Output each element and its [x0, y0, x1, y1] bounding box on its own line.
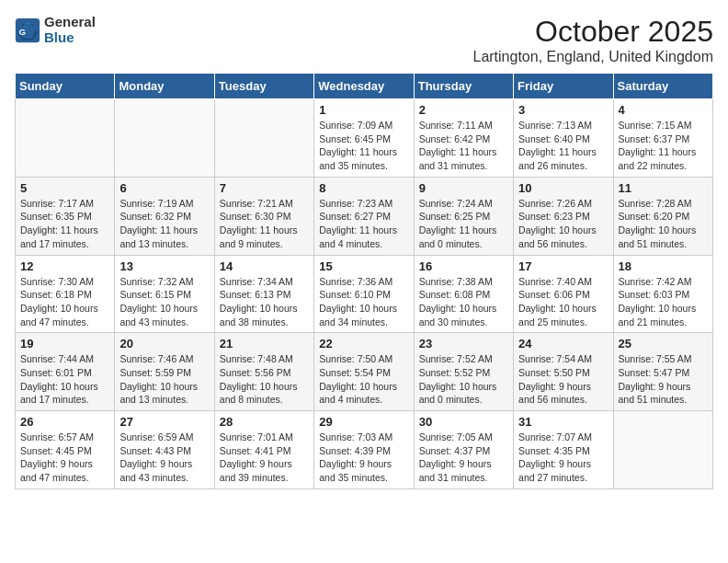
day-number: 6	[119, 181, 209, 195]
calendar-cell: 7Sunrise: 7:21 AM Sunset: 6:30 PM Daylig…	[214, 177, 313, 255]
logo-text: General Blue	[44, 15, 96, 45]
day-content: Sunrise: 7:13 AM Sunset: 6:40 PM Dayligh…	[518, 119, 608, 173]
calendar-cell: 5Sunrise: 7:17 AM Sunset: 6:35 PM Daylig…	[16, 177, 115, 255]
day-content: Sunrise: 7:05 AM Sunset: 4:37 PM Dayligh…	[419, 431, 508, 485]
day-number: 3	[518, 103, 608, 117]
day-number: 15	[319, 259, 408, 273]
day-content: Sunrise: 7:19 AM Sunset: 6:32 PM Dayligh…	[119, 197, 209, 251]
day-content: Sunrise: 7:21 AM Sunset: 6:30 PM Dayligh…	[220, 197, 309, 251]
day-content: Sunrise: 7:46 AM Sunset: 5:59 PM Dayligh…	[119, 352, 209, 407]
day-content: Sunrise: 7:36 AM Sunset: 6:10 PM Dayligh…	[319, 275, 408, 329]
calendar-cell	[214, 99, 313, 178]
calendar-cell: 25Sunrise: 7:55 AM Sunset: 5:47 PM Dayli…	[613, 333, 712, 411]
calendar-cell	[613, 411, 712, 489]
week-row-4: 19Sunrise: 7:44 AM Sunset: 6:01 PM Dayli…	[16, 333, 713, 411]
calendar-cell: 21Sunrise: 7:48 AM Sunset: 5:56 PM Dayli…	[214, 333, 313, 411]
day-number: 19	[20, 337, 109, 350]
calendar-cell	[115, 99, 214, 178]
calendar-cell: 10Sunrise: 7:26 AM Sunset: 6:23 PM Dayli…	[514, 177, 613, 255]
calendar-cell: 19Sunrise: 7:44 AM Sunset: 6:01 PM Dayli…	[16, 333, 115, 411]
calendar-cell: 6Sunrise: 7:19 AM Sunset: 6:32 PM Daylig…	[115, 177, 214, 255]
day-number: 24	[518, 337, 608, 350]
day-number: 5	[20, 181, 109, 195]
day-content: Sunrise: 7:03 AM Sunset: 4:39 PM Dayligh…	[319, 431, 408, 485]
day-content: Sunrise: 7:07 AM Sunset: 4:35 PM Dayligh…	[518, 431, 608, 485]
day-content: Sunrise: 7:30 AM Sunset: 6:18 PM Dayligh…	[20, 275, 109, 329]
day-number: 31	[518, 415, 608, 429]
day-content: Sunrise: 7:11 AM Sunset: 6:42 PM Dayligh…	[419, 119, 508, 173]
day-content: Sunrise: 7:15 AM Sunset: 6:37 PM Dayligh…	[619, 119, 708, 173]
logo-icon: G	[15, 17, 40, 43]
calendar-cell: 18Sunrise: 7:42 AM Sunset: 6:03 PM Dayli…	[613, 255, 712, 333]
day-number: 22	[319, 337, 408, 350]
calendar-cell: 20Sunrise: 7:46 AM Sunset: 5:59 PM Dayli…	[115, 333, 214, 411]
day-number: 30	[419, 415, 508, 429]
day-content: Sunrise: 7:52 AM Sunset: 5:52 PM Dayligh…	[419, 352, 508, 407]
logo-blue-text: Blue	[44, 30, 96, 46]
weekday-header-sunday: Sunday	[16, 74, 115, 99]
weekday-header-friday: Friday	[514, 74, 613, 99]
day-content: Sunrise: 7:23 AM Sunset: 6:27 PM Dayligh…	[319, 197, 408, 251]
calendar-cell: 14Sunrise: 7:34 AM Sunset: 6:13 PM Dayli…	[214, 255, 313, 333]
weekday-header-tuesday: Tuesday	[214, 74, 313, 99]
day-number: 28	[220, 415, 309, 429]
day-number: 2	[419, 103, 508, 117]
week-row-5: 26Sunrise: 6:57 AM Sunset: 4:45 PM Dayli…	[16, 411, 713, 489]
week-row-1: 1Sunrise: 7:09 AM Sunset: 6:45 PM Daylig…	[16, 99, 713, 178]
day-content: Sunrise: 6:59 AM Sunset: 4:43 PM Dayligh…	[119, 431, 209, 485]
day-content: Sunrise: 7:26 AM Sunset: 6:23 PM Dayligh…	[518, 197, 608, 251]
calendar-cell: 16Sunrise: 7:38 AM Sunset: 6:08 PM Dayli…	[414, 255, 513, 333]
day-content: Sunrise: 7:17 AM Sunset: 6:35 PM Dayligh…	[20, 197, 109, 251]
calendar-cell: 11Sunrise: 7:28 AM Sunset: 6:20 PM Dayli…	[613, 177, 712, 255]
weekday-header-thursday: Thursday	[414, 74, 513, 99]
calendar-cell: 15Sunrise: 7:36 AM Sunset: 6:10 PM Dayli…	[314, 255, 414, 333]
day-content: Sunrise: 7:44 AM Sunset: 6:01 PM Dayligh…	[20, 352, 109, 407]
day-content: Sunrise: 7:01 AM Sunset: 4:41 PM Dayligh…	[220, 431, 309, 485]
day-content: Sunrise: 7:32 AM Sunset: 6:15 PM Dayligh…	[119, 275, 209, 329]
day-number: 17	[518, 259, 608, 273]
calendar-cell	[16, 99, 115, 178]
day-content: Sunrise: 6:57 AM Sunset: 4:45 PM Dayligh…	[20, 431, 109, 485]
day-content: Sunrise: 7:28 AM Sunset: 6:20 PM Dayligh…	[619, 197, 708, 251]
weekday-header-saturday: Saturday	[613, 74, 712, 99]
day-number: 27	[119, 415, 209, 429]
day-content: Sunrise: 7:42 AM Sunset: 6:03 PM Dayligh…	[619, 275, 708, 329]
logo: G General Blue	[15, 15, 96, 45]
day-number: 10	[518, 181, 608, 195]
day-number: 16	[419, 259, 508, 273]
header: G General Blue October 2025 Lartington, …	[15, 15, 713, 65]
week-row-2: 5Sunrise: 7:17 AM Sunset: 6:35 PM Daylig…	[16, 177, 713, 255]
day-number: 26	[20, 415, 109, 429]
calendar-cell: 17Sunrise: 7:40 AM Sunset: 6:06 PM Dayli…	[514, 255, 613, 333]
day-number: 12	[20, 259, 109, 273]
day-number: 13	[119, 259, 209, 273]
day-content: Sunrise: 7:50 AM Sunset: 5:54 PM Dayligh…	[319, 352, 408, 407]
day-number: 1	[319, 103, 408, 117]
day-number: 9	[419, 181, 508, 195]
day-number: 18	[619, 259, 708, 273]
calendar-cell: 13Sunrise: 7:32 AM Sunset: 6:15 PM Dayli…	[115, 255, 214, 333]
calendar-cell: 1Sunrise: 7:09 AM Sunset: 6:45 PM Daylig…	[314, 99, 414, 178]
calendar-cell: 23Sunrise: 7:52 AM Sunset: 5:52 PM Dayli…	[414, 333, 513, 411]
day-content: Sunrise: 7:40 AM Sunset: 6:06 PM Dayligh…	[518, 275, 608, 329]
calendar-cell: 30Sunrise: 7:05 AM Sunset: 4:37 PM Dayli…	[414, 411, 513, 489]
calendar-cell: 22Sunrise: 7:50 AM Sunset: 5:54 PM Dayli…	[314, 333, 414, 411]
calendar-cell: 24Sunrise: 7:54 AM Sunset: 5:50 PM Dayli…	[514, 333, 613, 411]
day-number: 23	[419, 337, 508, 350]
svg-text:G: G	[18, 27, 25, 37]
day-content: Sunrise: 7:34 AM Sunset: 6:13 PM Dayligh…	[220, 275, 309, 329]
day-number: 11	[619, 181, 708, 195]
day-number: 14	[220, 259, 309, 273]
calendar-cell: 8Sunrise: 7:23 AM Sunset: 6:27 PM Daylig…	[314, 177, 414, 255]
day-number: 29	[319, 415, 408, 429]
day-content: Sunrise: 7:48 AM Sunset: 5:56 PM Dayligh…	[220, 352, 309, 407]
day-content: Sunrise: 7:38 AM Sunset: 6:08 PM Dayligh…	[419, 275, 508, 329]
week-row-3: 12Sunrise: 7:30 AM Sunset: 6:18 PM Dayli…	[16, 255, 713, 333]
weekday-header-row: SundayMondayTuesdayWednesdayThursdayFrid…	[16, 74, 713, 99]
day-content: Sunrise: 7:55 AM Sunset: 5:47 PM Dayligh…	[619, 352, 708, 407]
calendar-cell: 31Sunrise: 7:07 AM Sunset: 4:35 PM Dayli…	[514, 411, 613, 489]
day-number: 7	[220, 181, 309, 195]
calendar-cell: 28Sunrise: 7:01 AM Sunset: 4:41 PM Dayli…	[214, 411, 313, 489]
calendar-cell: 4Sunrise: 7:15 AM Sunset: 6:37 PM Daylig…	[613, 99, 712, 178]
weekday-header-wednesday: Wednesday	[314, 74, 414, 99]
